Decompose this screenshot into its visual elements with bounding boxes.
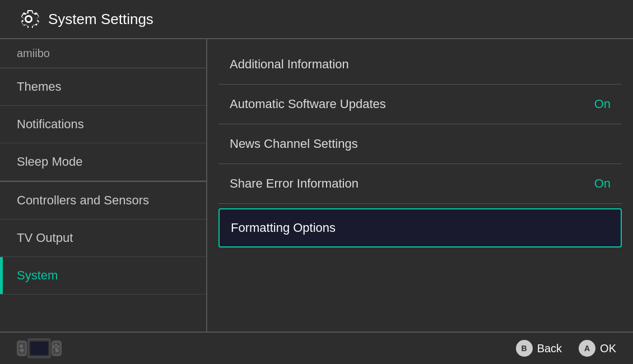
sidebar-item-notifications[interactable]: Notifications bbox=[0, 106, 206, 143]
top-spacer bbox=[218, 39, 622, 45]
b-button-icon: B bbox=[516, 340, 533, 357]
content-item-share-error[interactable]: Share Error Information On bbox=[218, 164, 622, 204]
sidebar-item-sleep-mode[interactable]: Sleep Mode bbox=[0, 143, 206, 181]
svg-point-12 bbox=[57, 346, 59, 348]
content-item-formatting[interactable]: Formatting Options bbox=[218, 208, 622, 248]
auto-updates-status: On bbox=[594, 97, 611, 111]
share-error-status: On bbox=[594, 176, 611, 191]
content-item-news-channel[interactable]: News Channel Settings bbox=[218, 124, 622, 164]
svg-point-14 bbox=[55, 347, 57, 349]
ok-button[interactable]: A OK bbox=[579, 340, 616, 357]
svg-point-11 bbox=[55, 344, 57, 346]
sidebar-item-system[interactable]: System bbox=[0, 257, 206, 295]
console-svg bbox=[17, 338, 62, 358]
main-layout: amiibo Themes Notifications Sleep Mode C… bbox=[0, 39, 633, 332]
back-button[interactable]: B Back bbox=[516, 340, 562, 357]
content-panel: Additional Information Automatic Softwar… bbox=[207, 39, 633, 332]
ok-label: OK bbox=[600, 342, 616, 355]
bottom-buttons: B Back A OK bbox=[516, 340, 616, 357]
console-icon bbox=[17, 338, 62, 358]
content-item-auto-updates[interactable]: Automatic Software Updates On bbox=[218, 85, 622, 124]
header-title: System Settings bbox=[48, 11, 153, 28]
back-label: Back bbox=[537, 342, 562, 355]
sidebar-item-amiibo[interactable]: amiibo bbox=[0, 39, 206, 68]
sidebar-item-controllers[interactable]: Controllers and Sensors bbox=[0, 181, 206, 220]
svg-point-7 bbox=[20, 344, 23, 348]
svg-rect-4 bbox=[30, 342, 48, 355]
header: System Settings bbox=[0, 0, 633, 38]
svg-rect-10 bbox=[21, 348, 23, 353]
sidebar-item-tv-output[interactable]: TV Output bbox=[0, 220, 206, 257]
content-item-additional-info[interactable]: Additional Information bbox=[218, 45, 622, 85]
sidebar: amiibo Themes Notifications Sleep Mode C… bbox=[0, 39, 207, 332]
svg-point-13 bbox=[53, 346, 55, 348]
bottom-bar: B Back A OK bbox=[0, 332, 633, 364]
a-button-icon: A bbox=[579, 340, 595, 357]
gear-icon bbox=[17, 7, 40, 31]
sidebar-item-themes[interactable]: Themes bbox=[0, 68, 206, 106]
